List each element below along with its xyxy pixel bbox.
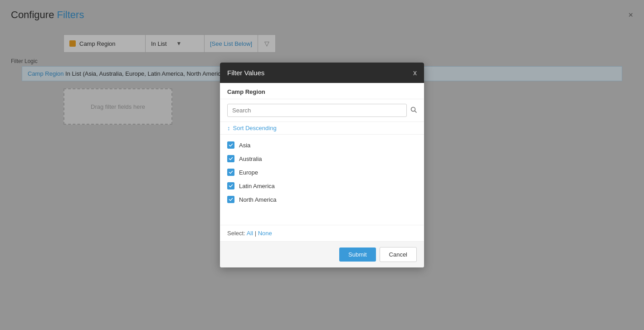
checkmark-icon <box>229 197 233 202</box>
item-label-asia: Asia <box>239 142 250 149</box>
checkmark-icon <box>229 143 233 147</box>
modal-search-row <box>220 99 424 122</box>
checkmark-icon <box>229 170 233 175</box>
select-none-link[interactable]: None <box>258 230 272 237</box>
modal-body: Camp Region ↕ Sort Descending <box>220 83 424 242</box>
select-label: Select: <box>227 230 247 237</box>
search-icon <box>410 107 417 113</box>
modal-header: Filter Values x <box>220 63 424 83</box>
modal-overlay: Filter Values x Camp Region <box>0 0 644 330</box>
page-background: Configure Filters × Camp Region In List … <box>0 0 644 330</box>
item-label-australia: Australia <box>239 155 262 162</box>
modal-search-input[interactable] <box>227 104 407 117</box>
list-item[interactable]: Europe <box>220 165 424 179</box>
filter-values-modal: Filter Values x Camp Region <box>220 63 424 267</box>
checkbox-australia[interactable] <box>227 155 234 162</box>
modal-field-label: Camp Region <box>220 83 424 99</box>
sort-label: Sort Descending <box>233 125 277 131</box>
sort-descending-icon: ↕ <box>227 125 230 131</box>
list-item[interactable]: Australia <box>220 152 424 165</box>
list-item[interactable]: Latin America <box>220 179 424 193</box>
cancel-button[interactable]: Cancel <box>380 247 417 262</box>
checkmark-icon <box>229 184 233 188</box>
checkbox-north-america[interactable] <box>227 196 234 203</box>
list-item[interactable]: North America <box>220 193 424 206</box>
submit-button[interactable]: Submit <box>339 248 376 262</box>
modal-footer: Submit Cancel <box>220 242 424 267</box>
modal-title: Filter Values <box>227 69 264 77</box>
svg-line-1 <box>415 111 417 113</box>
item-label-europe: Europe <box>239 169 258 176</box>
checkbox-asia[interactable] <box>227 141 234 149</box>
item-label-north-america: North America <box>239 196 276 203</box>
modal-select-row: Select: All | None <box>220 225 424 242</box>
list-item[interactable]: Asia <box>220 138 424 152</box>
checkbox-latin-america[interactable] <box>227 182 234 189</box>
item-label-latin-america: Latin America <box>239 183 275 189</box>
modal-list: Asia Australia <box>220 135 424 225</box>
modal-sort-row[interactable]: ↕ Sort Descending <box>220 122 424 135</box>
checkmark-icon <box>229 156 233 161</box>
select-separator: | <box>255 230 258 237</box>
checkbox-europe[interactable] <box>227 169 234 176</box>
modal-close-button[interactable]: x <box>413 69 417 77</box>
modal-search-button[interactable] <box>410 107 417 114</box>
select-all-link[interactable]: All <box>247 230 253 237</box>
